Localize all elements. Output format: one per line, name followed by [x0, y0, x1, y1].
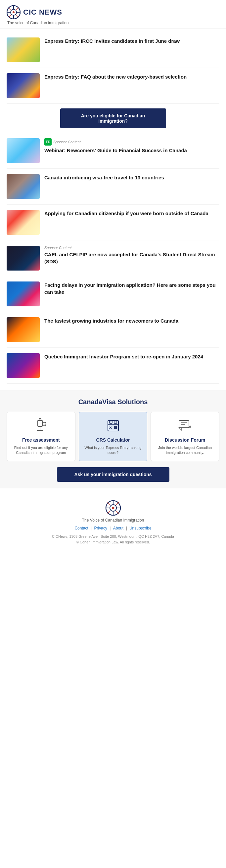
solution-name: CRS Calculator	[83, 437, 143, 443]
solutions-section: CanadaVisa Solutions Free assessment	[0, 390, 226, 488]
footer-link-privacy[interactable]: Privacy	[94, 526, 107, 530]
news-title[interactable]: CAEL and CELPIP are now accepted for Can…	[44, 251, 219, 265]
logo-container: CIC NEWS	[7, 5, 219, 19]
logo-text: CIC NEWS	[23, 8, 62, 17]
news-link[interactable]: Express Entry: FAQ about the new categor…	[44, 74, 187, 80]
news-thumbnail	[7, 246, 40, 271]
news-link[interactable]: Facing delays in your immigration applic…	[44, 282, 216, 295]
footer-tagline: The Voice of Canadian Immigration	[82, 518, 144, 523]
svg-rect-23	[110, 421, 112, 424]
news-item: Applying for Canadian citizenship if you…	[7, 205, 219, 240]
news-thumbnail	[7, 174, 40, 199]
assessment-icon	[33, 417, 49, 434]
footer-link-contact[interactable]: Contact	[74, 526, 88, 530]
news-item: Canada introducing visa-free travel to 1…	[7, 169, 219, 205]
news-title[interactable]: The fastest growing industries for newco…	[44, 317, 219, 324]
news-title[interactable]: Applying for Canadian citizenship if you…	[44, 210, 219, 217]
news-thumbnail	[7, 37, 40, 62]
cta-button[interactable]: Are you eligible for Canadian immigratio…	[60, 108, 166, 128]
sponsor-badge: Sponsor Content	[44, 246, 219, 250]
news-list: Express Entry: IRCC invites candidates i…	[0, 29, 226, 387]
svg-marker-36	[179, 428, 182, 430]
solution-desc: Join the world's largest Canadian immigr…	[155, 445, 215, 456]
svg-line-10	[9, 15, 11, 17]
solution-name: Free assessment	[11, 437, 71, 443]
news-content: Express Entry: IRCC invites candidates i…	[44, 37, 219, 44]
footer-link-about[interactable]: About	[113, 526, 123, 530]
svg-point-2	[12, 11, 14, 13]
forum-icon	[177, 417, 193, 434]
svg-line-47	[108, 511, 110, 514]
footer-links: Contact | Privacy | About | Unsubscribe	[7, 526, 219, 530]
footer-copyright: © Cohen Immigration Law. All rights rese…	[76, 540, 150, 544]
news-content: Facing delays in your immigration applic…	[44, 281, 219, 296]
solutions-grid: Free assessment Find out if you are elig…	[7, 412, 219, 461]
news-item: Express Entry: FAQ about the new categor…	[7, 68, 219, 104]
news-content: Applying for Canadian citizenship if you…	[44, 210, 219, 217]
news-link[interactable]: Quebec Immigrant Investor Program set to…	[44, 354, 203, 360]
footer-address: CICNews, 1303 Greene Ave., Suite 200, We…	[7, 534, 219, 546]
footer-link-unsubscribe[interactable]: Unsubscribe	[129, 526, 152, 530]
solutions-cta-button[interactable]: Ask us your immigration questions	[57, 467, 170, 482]
news-content: TD Sponsor Content Webinar: Newcomers' G…	[44, 138, 219, 154]
svg-rect-24	[114, 421, 117, 424]
svg-line-44	[108, 502, 110, 505]
news-link[interactable]: The fastest growing industries for newco…	[44, 318, 178, 323]
svg-line-8	[16, 15, 18, 17]
news-thumbnail	[7, 138, 40, 163]
svg-rect-11	[38, 421, 42, 426]
news-item: Express Entry: IRCC invites candidates i…	[7, 32, 219, 68]
news-content: The fastest growing industries for newco…	[44, 317, 219, 324]
footer-address-text: CICNews, 1303 Greene Ave., Suite 200, We…	[52, 534, 174, 538]
svg-line-46	[116, 502, 119, 505]
solution-card-forum[interactable]: Discussion Forum Join the world's larges…	[151, 412, 219, 461]
svg-point-18	[45, 424, 46, 425]
svg-line-9	[16, 8, 18, 10]
svg-point-39	[112, 506, 114, 509]
sponsor-label: Sponsor Content	[44, 246, 72, 250]
news-thumbnail	[7, 353, 40, 378]
news-item: TD Sponsor Content Webinar: Newcomers' G…	[7, 133, 219, 169]
news-title[interactable]: Facing delays in your immigration applic…	[44, 281, 219, 296]
svg-point-17	[45, 422, 46, 423]
tagline: The voice of Canadian immigration	[7, 21, 219, 25]
footer-logo: The Voice of Canadian Immigration	[7, 500, 219, 523]
solution-card-assessment[interactable]: Free assessment Find out if you are elig…	[7, 412, 75, 461]
sponsor-badge: TD Sponsor Content	[44, 138, 219, 146]
news-link[interactable]: Canada introducing visa-free travel to 1…	[44, 175, 164, 180]
svg-line-45	[116, 511, 119, 514]
news-content: Quebec Immigrant Investor Program set to…	[44, 353, 219, 360]
solution-desc: Find out if you are eligible for any Can…	[11, 445, 71, 456]
news-link[interactable]: Express Entry: IRCC invites candidates i…	[44, 38, 180, 44]
news-link[interactable]: Webinar: Newcomers' Guide to Financial S…	[44, 148, 187, 153]
news-title[interactable]: Express Entry: IRCC invites candidates i…	[44, 37, 219, 44]
news-thumbnail	[7, 317, 40, 342]
solution-name: Discussion Forum	[155, 437, 215, 443]
news-title[interactable]: Quebec Immigrant Investor Program set to…	[44, 353, 219, 360]
calculator-icon	[105, 417, 121, 434]
news-thumbnail	[7, 210, 40, 235]
news-link[interactable]: Applying for Canadian citizenship if you…	[44, 211, 209, 216]
news-item: Sponsor Content CAEL and CELPIP are now …	[7, 240, 219, 276]
solution-card-crs[interactable]: CRS Calculator What is your Express Entr…	[79, 412, 148, 461]
svg-point-14	[39, 418, 41, 421]
news-content: Canada introducing visa-free travel to 1…	[44, 174, 219, 181]
news-item: Facing delays in your immigration applic…	[7, 276, 219, 312]
svg-rect-30	[179, 421, 189, 428]
news-thumbnail	[7, 73, 40, 98]
header: CIC NEWS The voice of Canadian immigrati…	[0, 0, 226, 29]
footer: The Voice of Canadian Immigration Contac…	[0, 492, 226, 551]
news-content: Sponsor Content CAEL and CELPIP are now …	[44, 246, 219, 265]
news-content: Express Entry: FAQ about the new categor…	[44, 73, 219, 80]
news-item: Quebec Immigrant Investor Program set to…	[7, 348, 219, 383]
td-sponsor-icon: TD	[44, 138, 51, 146]
svg-line-7	[9, 8, 11, 10]
news-title[interactable]: Express Entry: FAQ about the new categor…	[44, 73, 219, 80]
solution-desc: What is your Express Entry ranking score…	[83, 445, 143, 456]
news-title[interactable]: Webinar: Newcomers' Guide to Financial S…	[44, 147, 219, 154]
news-thumbnail	[7, 281, 40, 306]
news-item: The fastest growing industries for newco…	[7, 312, 219, 348]
news-link[interactable]: CAEL and CELPIP are now accepted for Can…	[44, 252, 215, 264]
news-title[interactable]: Canada introducing visa-free travel to 1…	[44, 174, 219, 181]
solutions-cta: Ask us your immigration questions	[7, 467, 219, 482]
